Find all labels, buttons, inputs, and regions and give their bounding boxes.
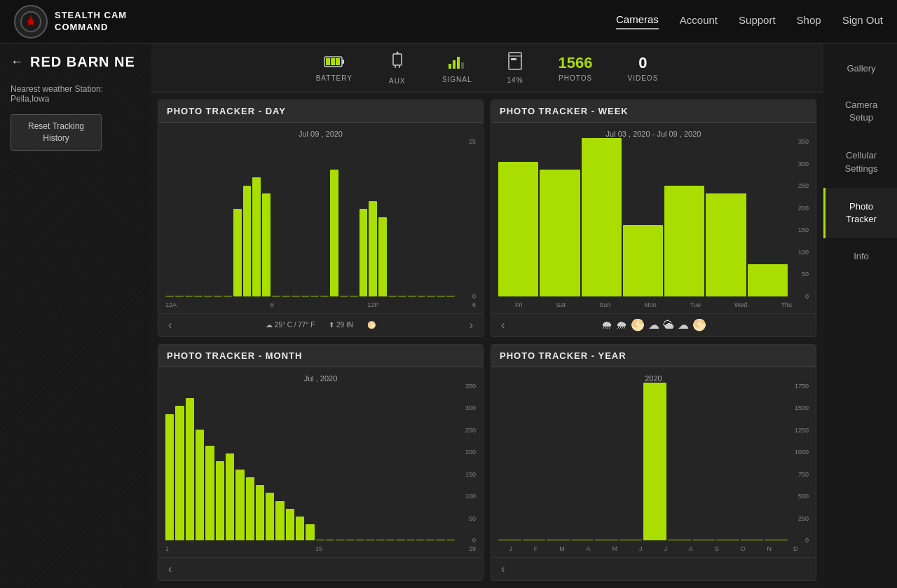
bar [595,540,618,540]
week-chart-date: Jul 03 , 2020 - Jul 09 , 2020 [498,126,809,138]
day-chart-footer: ‹ ☁ 25° C / 77° F ⬆ 29 IN 🌕 › [158,313,483,336]
month-chart-title: PHOTO TRACKER - MONTH [158,345,483,367]
bar [346,540,355,540]
day-chart-area: 25 0 [165,138,476,300]
bar [668,540,691,540]
right-nav-gallery[interactable]: Gallery [823,50,897,86]
bar [350,296,358,296]
day-prev-arrow[interactable]: ‹ [164,317,176,333]
bar [205,446,214,540]
bar [320,296,329,296]
nav-support[interactable]: Support [739,14,776,29]
bar [378,217,387,296]
month-chart-footer: ‹ › [158,557,483,580]
week-bars [498,138,788,300]
year-x-axis: JFMAMJ JASOND [498,544,809,554]
bar [376,540,385,540]
aux-icon [388,51,407,75]
bar [408,296,416,296]
videos-value: 0 [638,54,647,72]
nav-shop[interactable]: Shop [797,14,821,29]
year-prev-arrow[interactable]: ‹ [497,561,509,577]
day-next-arrow[interactable]: › [465,317,477,333]
bar [418,296,426,296]
bar [204,296,212,296]
nav-signout[interactable]: Sign Out [842,14,883,29]
sidebar-left: ← RED BARN NE Nearest weather Station: P… [0,43,151,588]
bar [252,177,261,296]
weather-station: Nearest weather Station: Pella,Iowa [11,84,140,104]
videos-status: 0 Videos [628,54,659,82]
bar [498,540,521,540]
bar [243,186,252,296]
right-nav-photo-tracker[interactable]: PhotoTracker [823,188,897,238]
bar [224,296,232,296]
day-chart-date: Jul 09 , 2020 [165,126,476,138]
bar [246,477,254,540]
photos-value: 1566 [559,54,593,72]
weather-fri: 🌧 [601,319,612,331]
bar [326,540,334,540]
videos-label: Videos [628,74,659,82]
charts-grid: PHOTO TRACKER - DAY Jul 09 , 2020 25 0 1… [151,93,823,588]
right-nav-info[interactable]: Info [823,238,897,274]
nav-cameras[interactable]: Cameras [616,13,659,29]
month-chart-area: 350300250200150100500 [165,383,476,545]
signal-label: SIGNAL [442,76,472,83]
svg-point-12 [396,51,398,53]
right-nav-cellular-settings[interactable]: CellularSettings [823,137,897,187]
svg-rect-16 [461,62,464,69]
week-weather-icons: 🌧 🌧 🌕 ☁ 🌥 ☁ 🌕 [509,318,797,331]
day-chart-body: Jul 09 , 2020 25 0 12A612P6 [158,123,483,313]
navbar: STEALTH CAM COMMAND Cameras Account Supp… [0,0,897,43]
day-moon: 🌕 [367,321,376,329]
week-x-axis: FriSatSunMonTueWedThu [498,300,809,310]
week-chart-footer: ‹ 🌧 🌧 🌕 ☁ 🌥 ☁ 🌕 › [491,313,816,336]
svg-rect-5 [326,58,330,65]
bar [643,383,666,541]
bar [262,193,271,296]
nav-account[interactable]: Account [680,14,718,29]
svg-rect-6 [331,58,335,65]
year-chart-card: PHOTO TRACKER - YEAR 2020 17501500125010… [491,344,816,582]
bar [275,501,284,540]
day-chart-title: PHOTO TRACKER - DAY [158,100,483,123]
month-chart-date: Jul , 2020 [165,371,476,383]
bar [185,296,193,296]
bar [306,524,314,540]
back-arrow-icon[interactable]: ← [11,55,23,69]
year-chart-body: 2020 17501500125010007505002500 JFMAMJ J… [491,367,816,558]
bar [196,430,204,540]
bar [282,296,290,296]
bar [498,162,538,296]
camera-name: RED BARN NE [30,54,135,70]
bar [446,540,455,540]
signal-status: SIGNAL [442,53,472,83]
year-bars [498,383,788,545]
weather-mon: ☁ [648,318,659,331]
bar [571,540,594,540]
photos-status: 1566 Photos [559,54,593,82]
aux-status: AUX [388,51,407,85]
bar [748,264,788,296]
bar [406,540,415,540]
reset-tracking-button[interactable]: Reset Tracking History [11,114,102,151]
battery-icon [324,54,345,72]
month-chart-body: Jul , 2020 350300250200150100500 11529 [158,367,483,558]
month-prev-arrow[interactable]: ‹ [164,561,176,577]
aux-label: AUX [389,77,406,85]
bar [175,296,184,296]
month-bars [165,383,455,545]
right-nav-camera-setup[interactable]: CameraSetup [823,86,897,137]
week-prev-arrow[interactable]: ‹ [497,317,509,333]
bar [623,225,663,296]
week-chart-card: PHOTO TRACKER - WEEK Jul 03 , 2020 - Jul… [491,100,816,337]
bar [426,540,434,540]
weather-thu: 🌕 [692,318,706,331]
day-x-axis: 12A612P6 [165,300,476,310]
year-chart-date: 2020 [498,371,809,383]
svg-rect-4 [342,60,344,64]
bar [175,406,184,540]
bar [547,540,570,540]
bar [540,170,580,296]
